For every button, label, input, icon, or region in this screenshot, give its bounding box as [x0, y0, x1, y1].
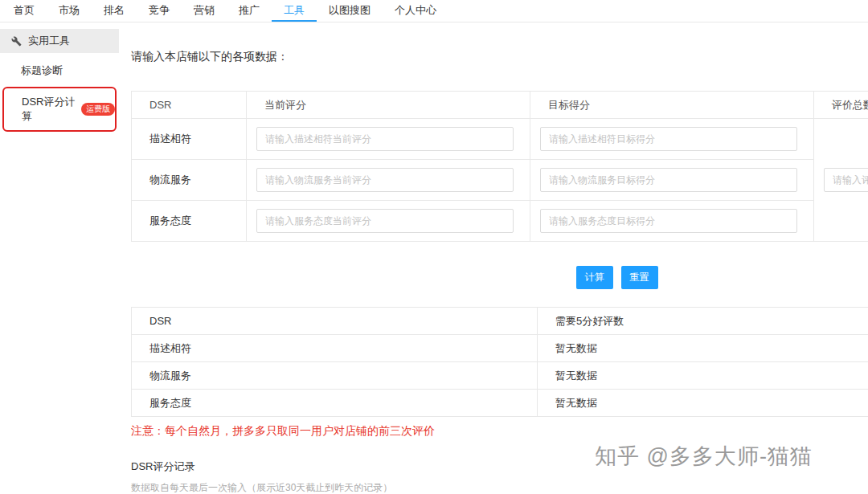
input-review-total[interactable]: [824, 168, 868, 192]
table-row: 描述相符 暂无数据: [132, 335, 868, 362]
page-layout: 实用工具 标题诊断 DSR评分计算 运费版 请输入本店铺以下的各项数据： DSR…: [0, 22, 868, 493]
table-row: 服务态度: [132, 201, 868, 242]
input-logistics-target[interactable]: [540, 168, 797, 192]
nav-item-promotion[interactable]: 推广: [227, 0, 272, 22]
calculate-button[interactable]: 计算: [576, 266, 613, 289]
button-row: 计算 重置: [131, 266, 868, 289]
col-header-current-score: 当前评分: [247, 92, 530, 119]
nav-item-rank[interactable]: 排名: [92, 0, 137, 22]
input-service-target[interactable]: [540, 209, 797, 233]
result-value: 暂无数据: [538, 362, 868, 390]
input-logistics-current[interactable]: [256, 168, 514, 192]
freight-version-badge: 运费版: [81, 103, 115, 116]
table-row: 物流服务: [132, 160, 868, 201]
result-table: DSR 需要5分好评数 描述相符 暂无数据 物流服务 暂无数据 服务态度 暂无数…: [131, 307, 868, 417]
result-value: 暂无数据: [538, 390, 868, 417]
warning-note: 注意：每个自然月，拼多多只取同一用户对店铺的前三次评价: [131, 424, 868, 439]
sidebar-header-label: 实用工具: [28, 34, 70, 48]
record-subtitle: 数据取自每天最后一次输入（展示近30天截止到昨天的记录）: [131, 481, 868, 493]
sidebar-header: 实用工具: [0, 29, 119, 53]
wrench-icon: [11, 36, 22, 47]
row-label-service: 服务态度: [132, 201, 247, 242]
col-header-dsr: DSR: [132, 92, 247, 119]
table-row: 物流服务 暂无数据: [132, 362, 868, 390]
result-label: 物流服务: [132, 362, 538, 390]
reset-button[interactable]: 重置: [621, 266, 658, 289]
result-label: 服务态度: [132, 390, 538, 417]
row-label-logistics: 物流服务: [132, 160, 247, 201]
nav-item-profile[interactable]: 个人中心: [383, 0, 448, 22]
nav-item-compete[interactable]: 竞争: [137, 0, 182, 22]
result-col-header-needed: 需要5分好评数: [538, 308, 868, 335]
table-row: 服务态度 暂无数据: [132, 390, 868, 417]
input-description-target[interactable]: [540, 127, 797, 151]
input-table: DSR 当前评分 目标得分 评价总数? 描述相符 物流服务: [131, 91, 868, 242]
intro-text: 请输入本店铺以下的各项数据：: [131, 50, 868, 64]
main-content: 请输入本店铺以下的各项数据： DSR 当前评分 目标得分 评价总数? 描述相符: [119, 22, 868, 493]
col-header-review-total: 评价总数?: [814, 92, 868, 119]
row-label-description: 描述相符: [132, 119, 247, 160]
result-col-header-dsr: DSR: [132, 308, 538, 335]
sidebar-item-dsr-calculator[interactable]: DSR评分计算 运费版: [2, 87, 117, 132]
nav-item-market[interactable]: 市场: [47, 0, 92, 22]
sidebar-item-title-diagnosis[interactable]: 标题诊断: [0, 53, 119, 85]
result-value: 暂无数据: [538, 335, 868, 362]
nav-item-tools[interactable]: 工具: [272, 0, 317, 22]
record-title: DSR评分记录: [131, 459, 868, 474]
sidebar: 实用工具 标题诊断 DSR评分计算 运费版: [0, 22, 119, 493]
result-label: 描述相符: [132, 335, 538, 362]
table-row: 描述相符: [132, 119, 868, 160]
input-service-current[interactable]: [256, 209, 514, 233]
result-table-header-row: DSR 需要5分好评数: [132, 308, 868, 335]
col-header-review-total-label: 评价总数: [832, 99, 868, 111]
nav-item-image-search[interactable]: 以图搜图: [317, 0, 383, 22]
nav-item-home[interactable]: 首页: [2, 0, 47, 22]
input-description-current[interactable]: [256, 127, 514, 151]
nav-item-marketing[interactable]: 营销: [182, 0, 227, 22]
top-nav: 首页 市场 排名 竞争 营销 推广 工具 以图搜图 个人中心: [0, 0, 868, 22]
sidebar-item-label: DSR评分计算: [22, 95, 76, 124]
col-header-target-score: 目标得分: [530, 92, 814, 119]
input-table-header-row: DSR 当前评分 目标得分 评价总数?: [132, 92, 868, 119]
